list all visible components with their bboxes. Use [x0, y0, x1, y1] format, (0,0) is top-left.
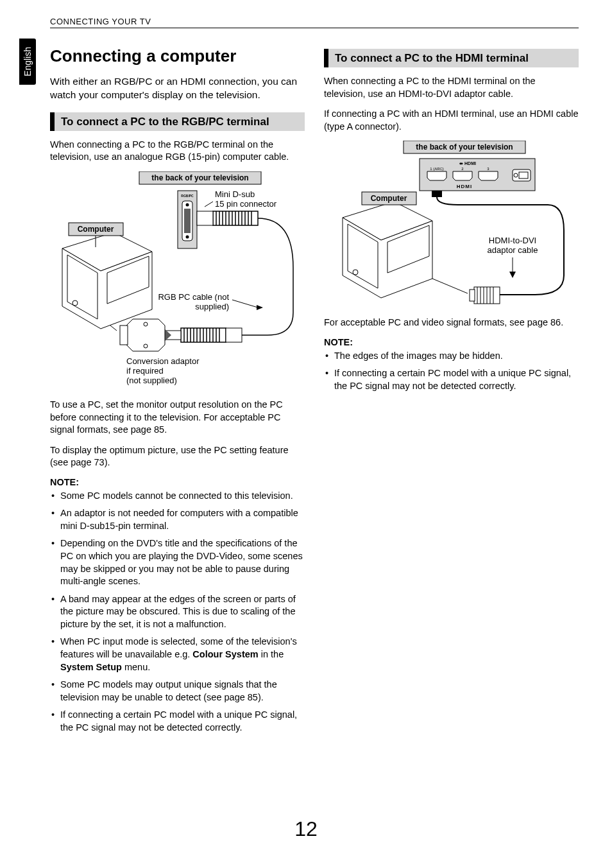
cable-label-line1: RGB PC cable (not [158, 292, 229, 302]
svg-point-2 [185, 235, 189, 238]
svg-point-36 [144, 344, 148, 348]
svg-rect-32 [226, 328, 242, 342]
svg-text:RGB/PC: RGB/PC [181, 194, 194, 198]
note-item: Depending on the DVD's title and the spe… [50, 537, 305, 587]
connector-label-line1: Mini D-sub [215, 189, 255, 199]
subhead-rgb: To connect a PC to the RGB/PC terminal [50, 112, 305, 131]
diagram-hdmi-connection: the back of your television ⬌ HDMI 1 (AR… [330, 141, 574, 308]
computer-label-r: Computer [370, 194, 407, 203]
note-item: Some PC models may output unique signals… [50, 679, 305, 704]
header-rule [50, 28, 579, 28]
svg-point-38 [72, 300, 78, 306]
note-item: When PC input mode is selected, some of … [50, 636, 305, 673]
svg-text:HDMI: HDMI [456, 184, 472, 189]
svg-marker-42 [257, 305, 263, 310]
hdmi-paragraph-1: When connecting a PC to the HDMI termina… [324, 75, 579, 100]
note-item: If connecting a certain PC model with a … [50, 709, 305, 734]
svg-rect-51 [432, 191, 442, 197]
svg-point-48 [514, 173, 518, 177]
svg-text:⬌ HDMI: ⬌ HDMI [459, 161, 476, 166]
adaptor-label-3: (not supplied) [126, 376, 177, 385]
svg-rect-49 [519, 172, 528, 178]
hdmi-paragraph-2: If connecting a PC with an HDMI terminal… [324, 108, 579, 133]
adaptor-label-2: if required [126, 366, 164, 376]
svg-point-35 [144, 322, 148, 326]
svg-marker-63 [509, 272, 516, 278]
note-item: If connecting a certain PC model with a … [324, 367, 579, 392]
rgb-paragraph-3: To display the optimum picture, use the … [50, 444, 305, 469]
svg-line-61 [432, 279, 468, 293]
note-heading-left: NOTE: [50, 477, 305, 487]
two-column-layout: Connecting a computer With either an RGB… [50, 46, 579, 739]
diagram-rgb-connection: the back of your television RGB/PC [56, 171, 300, 390]
svg-rect-34 [120, 326, 128, 345]
svg-rect-31 [197, 211, 213, 225]
notes-list-left: Some PC models cannot be connected to th… [50, 490, 305, 734]
svg-line-40 [205, 202, 213, 207]
language-tab: English [19, 39, 36, 85]
back-of-tv-label-r: the back of your television [416, 143, 513, 152]
svg-point-1 [185, 203, 189, 206]
page-number: 12 [0, 817, 612, 841]
note-item: The edges of the images may be hidden. [324, 350, 579, 363]
rgb-paragraph-2: To use a PC, set the monitor output reso… [50, 399, 305, 437]
cable-label-r2: adaptor cable [487, 245, 538, 255]
note-item: An adaptor is not needed for computers w… [50, 507, 305, 532]
right-column: To connect a PC to the HDMI terminal Whe… [324, 46, 579, 739]
laptop-icon-r [343, 202, 432, 298]
svg-rect-3 [184, 209, 191, 233]
cable-label-r1: HDMI-to-DVI [488, 236, 536, 245]
intro-paragraph: With either an RGB/PC or an HDMI connect… [50, 75, 305, 102]
language-tab-label: English [22, 47, 33, 76]
adaptor-label-1: Conversion adaptor [126, 356, 200, 366]
connector-label-line2: 15 pin connector [215, 199, 277, 209]
note-item: A band may appear at the edges of the sc… [50, 593, 305, 631]
computer-label: Computer [77, 225, 114, 234]
note-item: Some PC models cannot be connected to th… [50, 490, 305, 503]
back-of-tv-label: the back of your television [151, 173, 248, 182]
note-heading-right: NOTE: [324, 337, 579, 347]
page-content: CONNECTING YOUR TV Connecting a computer… [0, 0, 612, 739]
laptop-icon [62, 232, 152, 329]
svg-rect-53 [470, 290, 475, 301]
hdmi-paragraph-3: For acceptable PC and video signal forma… [324, 317, 579, 329]
notes-list-right: The edges of the images may be hidden.If… [324, 350, 579, 393]
rgb-paragraph-1: When connecting a PC to the RGB/PC termi… [50, 139, 305, 164]
subhead-hdmi: To connect a PC to the HDMI terminal [324, 49, 579, 67]
svg-line-41 [232, 300, 258, 308]
svg-text:1 (ARC): 1 (ARC) [430, 167, 444, 171]
main-heading: Connecting a computer [50, 46, 305, 66]
svg-point-60 [353, 270, 358, 275]
cable-label-line2: supplied) [195, 302, 229, 311]
left-column: Connecting a computer With either an RGB… [50, 46, 305, 739]
running-header: CONNECTING YOUR TV [50, 17, 579, 26]
